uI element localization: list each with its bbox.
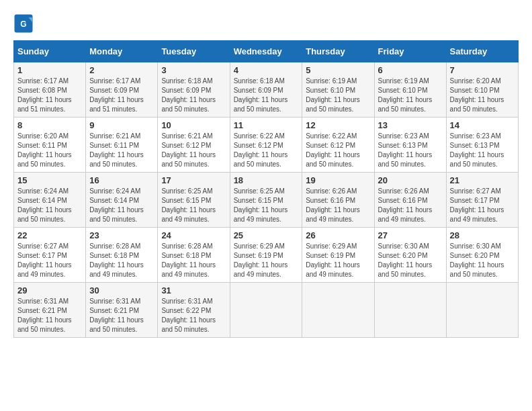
day-info: Sunrise: 6:26 AM Sunset: 6:16 PM Dayligh… [378, 187, 443, 224]
day-number: 21 [450, 175, 515, 185]
calendar-cell: 13Sunrise: 6:23 AM Sunset: 6:13 PM Dayli… [374, 118, 446, 173]
day-info: Sunrise: 6:27 AM Sunset: 6:17 PM Dayligh… [450, 187, 515, 224]
calendar-cell: 3Sunrise: 6:18 AM Sunset: 6:09 PM Daylig… [158, 62, 230, 118]
calendar-cell: 23Sunrise: 6:28 AM Sunset: 6:18 PM Dayli… [86, 228, 158, 283]
page-header: G [13, 13, 519, 34]
header-day-friday: Friday [374, 41, 446, 62]
calendar-cell: 17Sunrise: 6:25 AM Sunset: 6:15 PM Dayli… [158, 173, 230, 228]
day-info: Sunrise: 6:21 AM Sunset: 6:11 PM Dayligh… [89, 132, 154, 169]
day-number: 22 [17, 230, 82, 240]
day-number: 20 [378, 175, 443, 185]
day-number: 6 [378, 65, 443, 75]
calendar-cell: 14Sunrise: 6:23 AM Sunset: 6:13 PM Dayli… [446, 118, 518, 173]
week-row-1: 1Sunrise: 6:17 AM Sunset: 6:08 PM Daylig… [14, 62, 519, 118]
calendar-cell: 24Sunrise: 6:28 AM Sunset: 6:18 PM Dayli… [158, 228, 230, 283]
day-info: Sunrise: 6:23 AM Sunset: 6:13 PM Dayligh… [378, 132, 443, 169]
week-row-4: 22Sunrise: 6:27 AM Sunset: 6:17 PM Dayli… [14, 228, 519, 283]
logo-icon: G [13, 13, 34, 34]
day-info: Sunrise: 6:19 AM Sunset: 6:10 PM Dayligh… [378, 77, 443, 114]
day-number: 8 [17, 120, 82, 130]
calendar-cell: 26Sunrise: 6:29 AM Sunset: 6:19 PM Dayli… [302, 228, 374, 283]
calendar-cell [302, 283, 374, 338]
week-row-2: 8Sunrise: 6:20 AM Sunset: 6:11 PM Daylig… [14, 118, 519, 173]
day-number: 12 [306, 120, 370, 130]
calendar-cell: 22Sunrise: 6:27 AM Sunset: 6:17 PM Dayli… [14, 228, 86, 283]
calendar-header-row: SundayMondayTuesdayWednesdayThursdayFrid… [14, 41, 519, 62]
day-info: Sunrise: 6:29 AM Sunset: 6:19 PM Dayligh… [234, 242, 299, 279]
day-info: Sunrise: 6:18 AM Sunset: 6:09 PM Dayligh… [161, 77, 226, 114]
calendar-cell [374, 283, 446, 338]
day-info: Sunrise: 6:24 AM Sunset: 6:14 PM Dayligh… [17, 187, 82, 224]
day-number: 25 [234, 230, 299, 240]
header-day-wednesday: Wednesday [230, 41, 302, 62]
day-info: Sunrise: 6:18 AM Sunset: 6:09 PM Dayligh… [234, 77, 299, 114]
day-number: 24 [161, 230, 226, 240]
calendar-cell: 1Sunrise: 6:17 AM Sunset: 6:08 PM Daylig… [14, 62, 86, 118]
day-number: 28 [450, 230, 515, 240]
day-info: Sunrise: 6:21 AM Sunset: 6:12 PM Dayligh… [161, 132, 226, 169]
day-number: 18 [234, 175, 299, 185]
day-number: 30 [89, 285, 154, 295]
day-info: Sunrise: 6:22 AM Sunset: 6:12 PM Dayligh… [306, 132, 370, 169]
calendar-cell: 9Sunrise: 6:21 AM Sunset: 6:11 PM Daylig… [86, 118, 158, 173]
day-number: 2 [89, 65, 154, 75]
day-info: Sunrise: 6:20 AM Sunset: 6:11 PM Dayligh… [17, 132, 82, 169]
day-number: 17 [161, 175, 226, 185]
day-number: 23 [89, 230, 154, 240]
day-number: 4 [234, 65, 299, 75]
day-info: Sunrise: 6:22 AM Sunset: 6:12 PM Dayligh… [234, 132, 299, 169]
calendar-cell: 4Sunrise: 6:18 AM Sunset: 6:09 PM Daylig… [230, 62, 302, 118]
day-info: Sunrise: 6:30 AM Sunset: 6:20 PM Dayligh… [450, 242, 515, 279]
day-number: 31 [161, 285, 226, 295]
day-info: Sunrise: 6:27 AM Sunset: 6:17 PM Dayligh… [17, 242, 82, 279]
day-number: 26 [306, 230, 370, 240]
day-info: Sunrise: 6:31 AM Sunset: 6:22 PM Dayligh… [161, 297, 226, 334]
calendar-cell: 21Sunrise: 6:27 AM Sunset: 6:17 PM Dayli… [446, 173, 518, 228]
day-number: 16 [89, 175, 154, 185]
calendar-cell: 15Sunrise: 6:24 AM Sunset: 6:14 PM Dayli… [14, 173, 86, 228]
day-info: Sunrise: 6:20 AM Sunset: 6:10 PM Dayligh… [450, 77, 515, 114]
logo: G [13, 13, 38, 34]
header-day-monday: Monday [86, 41, 158, 62]
day-number: 10 [161, 120, 226, 130]
day-info: Sunrise: 6:30 AM Sunset: 6:20 PM Dayligh… [378, 242, 443, 279]
calendar-cell: 5Sunrise: 6:19 AM Sunset: 6:10 PM Daylig… [302, 62, 374, 118]
calendar-cell: 6Sunrise: 6:19 AM Sunset: 6:10 PM Daylig… [374, 62, 446, 118]
calendar-cell [230, 283, 302, 338]
header-day-tuesday: Tuesday [158, 41, 230, 62]
week-row-5: 29Sunrise: 6:31 AM Sunset: 6:21 PM Dayli… [14, 283, 519, 338]
day-number: 19 [306, 175, 370, 185]
calendar-cell: 29Sunrise: 6:31 AM Sunset: 6:21 PM Dayli… [14, 283, 86, 338]
day-number: 5 [306, 65, 370, 75]
day-info: Sunrise: 6:25 AM Sunset: 6:15 PM Dayligh… [234, 187, 299, 224]
day-info: Sunrise: 6:29 AM Sunset: 6:19 PM Dayligh… [306, 242, 370, 279]
calendar-cell: 7Sunrise: 6:20 AM Sunset: 6:10 PM Daylig… [446, 62, 518, 118]
day-info: Sunrise: 6:25 AM Sunset: 6:15 PM Dayligh… [161, 187, 226, 224]
calendar-cell: 12Sunrise: 6:22 AM Sunset: 6:12 PM Dayli… [302, 118, 374, 173]
header-day-thursday: Thursday [302, 41, 374, 62]
day-info: Sunrise: 6:23 AM Sunset: 6:13 PM Dayligh… [450, 132, 515, 169]
day-number: 1 [17, 65, 82, 75]
calendar-cell: 20Sunrise: 6:26 AM Sunset: 6:16 PM Dayli… [374, 173, 446, 228]
header-day-sunday: Sunday [14, 41, 86, 62]
day-number: 27 [378, 230, 443, 240]
calendar-cell: 28Sunrise: 6:30 AM Sunset: 6:20 PM Dayli… [446, 228, 518, 283]
day-number: 29 [17, 285, 82, 295]
calendar-cell: 2Sunrise: 6:17 AM Sunset: 6:09 PM Daylig… [86, 62, 158, 118]
calendar-cell: 18Sunrise: 6:25 AM Sunset: 6:15 PM Dayli… [230, 173, 302, 228]
calendar-cell: 30Sunrise: 6:31 AM Sunset: 6:21 PM Dayli… [86, 283, 158, 338]
calendar-cell: 19Sunrise: 6:26 AM Sunset: 6:16 PM Dayli… [302, 173, 374, 228]
day-info: Sunrise: 6:17 AM Sunset: 6:09 PM Dayligh… [89, 77, 154, 114]
day-info: Sunrise: 6:31 AM Sunset: 6:21 PM Dayligh… [17, 297, 82, 334]
day-number: 13 [378, 120, 443, 130]
day-info: Sunrise: 6:19 AM Sunset: 6:10 PM Dayligh… [306, 77, 370, 114]
day-number: 3 [161, 65, 226, 75]
calendar-cell: 11Sunrise: 6:22 AM Sunset: 6:12 PM Dayli… [230, 118, 302, 173]
week-row-3: 15Sunrise: 6:24 AM Sunset: 6:14 PM Dayli… [14, 173, 519, 228]
calendar-cell: 27Sunrise: 6:30 AM Sunset: 6:20 PM Dayli… [374, 228, 446, 283]
calendar-table: SundayMondayTuesdayWednesdayThursdayFrid… [13, 40, 519, 338]
calendar-cell: 8Sunrise: 6:20 AM Sunset: 6:11 PM Daylig… [14, 118, 86, 173]
day-info: Sunrise: 6:28 AM Sunset: 6:18 PM Dayligh… [161, 242, 226, 279]
day-info: Sunrise: 6:31 AM Sunset: 6:21 PM Dayligh… [89, 297, 154, 334]
calendar-cell: 31Sunrise: 6:31 AM Sunset: 6:22 PM Dayli… [158, 283, 230, 338]
